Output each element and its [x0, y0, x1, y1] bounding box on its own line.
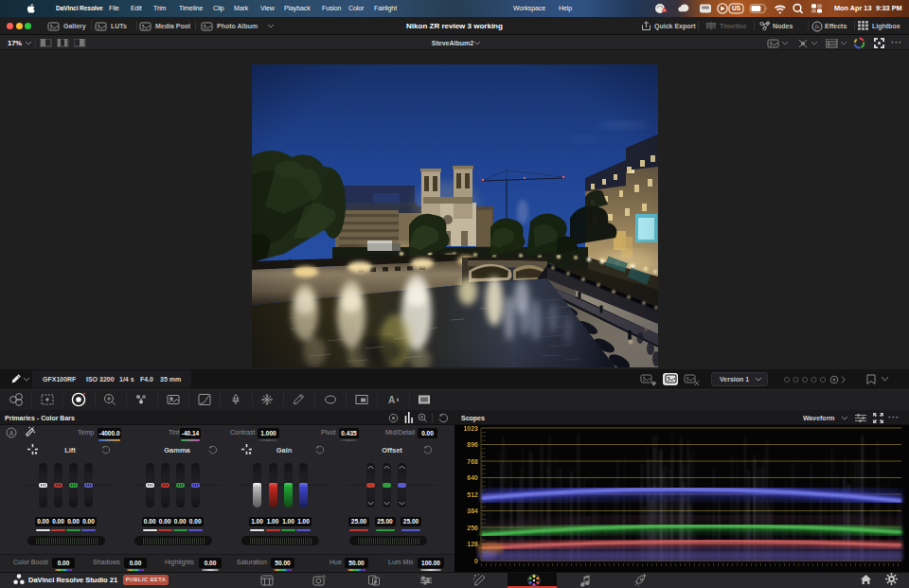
svg-text:640: 640: [467, 474, 478, 481]
svg-text:1023: 1023: [463, 425, 478, 432]
svg-text:fx: fx: [815, 24, 820, 29]
svg-text:256: 256: [467, 525, 478, 531]
svg-text:128: 128: [467, 541, 478, 547]
svg-text:768: 768: [467, 458, 478, 465]
svg-text:0: 0: [474, 558, 478, 564]
svg-text:896: 896: [467, 441, 478, 448]
svg-text:A: A: [388, 395, 395, 405]
svg-text:384: 384: [467, 508, 478, 514]
svg-text:US: US: [732, 5, 741, 11]
svg-text:9:33 PM: 9:33 PM: [876, 4, 902, 12]
svg-text:Mon Apr 13: Mon Apr 13: [834, 4, 871, 12]
svg-text:A: A: [9, 430, 14, 437]
svg-text:512: 512: [467, 491, 478, 498]
